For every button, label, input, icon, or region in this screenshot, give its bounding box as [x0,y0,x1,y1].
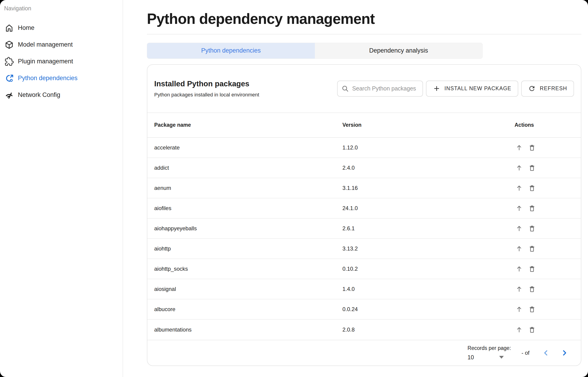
upgrade-package-button[interactable] [515,264,524,273]
package-actions-cell [515,284,581,294]
puzzle-icon [5,57,14,66]
trash-icon [528,245,536,253]
package-name-cell: aenum [154,185,342,191]
arrow-up-icon [515,224,523,232]
delete-package-button[interactable] [527,244,537,253]
next-page-button[interactable] [560,348,569,357]
upgrade-package-button[interactable] [515,325,524,334]
package-name-cell: aiohttp [154,246,342,252]
delete-package-button[interactable] [527,204,537,213]
tab-bar: Python dependencies Dependency analysis [147,43,483,59]
delete-package-button[interactable] [527,264,537,273]
packages-table: Package name Version Actions accelerate … [147,113,581,340]
package-version-cell: 2.0.8 [342,327,515,333]
table-footer: Records per page: 10 - of [147,340,581,365]
upgrade-package-button[interactable] [515,163,524,172]
tab-python-dependencies[interactable]: Python dependencies [147,43,315,59]
search-box [337,81,423,97]
delete-package-button[interactable] [527,224,537,233]
network-icon [5,91,14,100]
arrow-up-icon [515,326,523,334]
upgrade-package-button[interactable] [515,183,524,193]
title-divider [147,34,581,35]
table-row: albucore 0.0.24 [147,299,581,320]
upgrade-package-button[interactable] [515,305,524,314]
sidebar-item-plugin-management[interactable]: Plugin management [0,53,123,70]
package-name-cell: accelerate [154,144,342,151]
delete-package-button[interactable] [527,163,537,172]
package-version-cell: 1.12.0 [342,144,515,151]
sidebar: Navigation Home Model management [0,0,123,377]
refresh-label: REFRESH [540,85,567,92]
table-row: aenum 3.1.16 [147,178,581,198]
plus-icon [433,85,440,92]
trash-icon [528,144,536,152]
upgrade-package-button[interactable] [515,204,524,213]
arrow-up-icon [515,305,523,313]
trash-icon [528,164,536,172]
package-version-cell: 2.4.0 [342,165,515,171]
upgrade-package-button[interactable] [515,284,524,294]
table-header-row: Package name Version Actions [147,113,581,138]
delete-package-button[interactable] [527,305,537,314]
trash-icon [528,224,536,232]
delete-package-button[interactable] [527,143,537,152]
package-name-cell: aiofiles [154,205,342,212]
table-row: addict 2.4.0 [147,158,581,178]
sidebar-item-python-dependencies[interactable]: Python dependencies [0,70,123,87]
sidebar-item-label: Home [18,24,35,31]
package-version-cell: 0.0.24 [342,306,515,312]
package-actions-cell [515,204,581,213]
arrow-up-icon [515,144,523,152]
package-version-cell: 3.1.16 [342,185,515,191]
upgrade-package-button[interactable] [515,244,524,253]
column-header-version: Version [342,122,515,128]
search-icon [341,85,349,93]
sidebar-item-network-config[interactable]: Network Config [0,87,123,103]
sidebar-item-model-management[interactable]: Model management [0,36,123,53]
table-row: aiohttp_socks 0.10.2 [147,259,581,279]
page-range-label: - of [521,350,530,356]
search-input[interactable] [352,85,419,92]
cube-icon [5,40,14,49]
card-subtitle: Python packages installed in local envir… [154,92,259,98]
tab-dependency-analysis[interactable]: Dependency analysis [315,43,483,59]
upgrade-package-button[interactable] [515,143,524,152]
table-row: aiohappyeyeballs 2.6.1 [147,219,581,239]
arrow-up-icon [515,285,523,293]
column-header-package-name: Package name [154,122,342,128]
card-header: Installed Python packages Python package… [147,65,581,113]
app-window: Navigation Home Model management [0,0,588,377]
package-version-cell: 3.13.2 [342,246,515,252]
records-per-page-label: Records per page: [468,345,511,351]
install-new-package-button[interactable]: INSTALL NEW PACKAGE [426,81,518,97]
sidebar-item-home[interactable]: Home [0,20,123,36]
package-version-cell: 1.4.0 [342,286,515,292]
chevron-right-icon [560,349,568,357]
home-icon [5,24,14,33]
delete-package-button[interactable] [527,183,537,193]
package-actions-cell [515,264,581,273]
pagination-controls [542,348,569,357]
records-per-page-select[interactable]: 10 [468,354,505,361]
upgrade-package-button[interactable] [515,224,524,233]
package-version-cell: 2.6.1 [342,225,515,232]
refresh-button[interactable]: REFRESH [521,81,574,97]
column-header-actions: Actions [515,122,581,128]
card-title: Installed Python packages [154,80,259,88]
package-actions-cell [515,224,581,233]
refresh-icon [528,85,536,92]
trash-icon [528,285,536,293]
installed-packages-card: Installed Python packages Python package… [147,64,581,366]
sidebar-item-label: Model management [18,41,73,48]
package-name-cell: aiohttp_socks [154,266,342,272]
package-version-cell: 0.10.2 [342,266,515,272]
delete-package-button[interactable] [527,284,537,294]
table-row: aiosignal 1.4.0 [147,279,581,299]
previous-page-button[interactable] [542,348,551,357]
arrow-up-icon [515,164,523,172]
arrow-up-icon [515,184,523,192]
sync-gear-icon [5,74,14,83]
delete-package-button[interactable] [527,325,537,334]
package-actions-cell [515,143,581,152]
